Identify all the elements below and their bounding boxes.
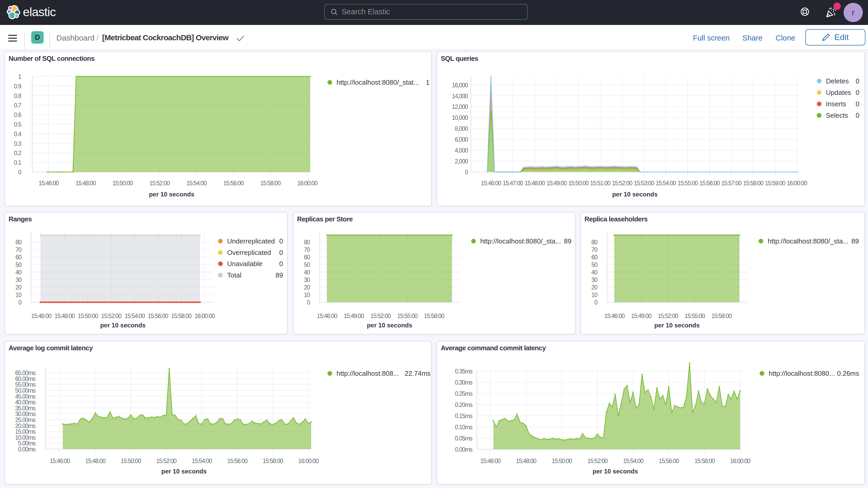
- svg-text:25.00ms: 25.00ms: [15, 417, 36, 423]
- svg-text:http://localhost:8080...: http://localhost:8080...: [769, 369, 835, 377]
- svg-text:Unavailable: Unavailable: [227, 260, 262, 268]
- svg-text:15:48:00: 15:48:00: [524, 180, 545, 187]
- svg-text:0.8: 0.8: [14, 92, 21, 99]
- svg-text:15:50:00: 15:50:00: [552, 458, 572, 464]
- svg-text:10: 10: [304, 292, 310, 298]
- svg-text:0: 0: [19, 299, 22, 306]
- svg-text:10,000: 10,000: [452, 114, 468, 121]
- svg-text:60.00ms: 60.00ms: [15, 375, 36, 382]
- svg-text:15:50:00: 15:50:00: [78, 313, 98, 319]
- svg-text:15:52:00: 15:52:00: [149, 180, 170, 187]
- svg-text:0: 0: [856, 89, 860, 96]
- svg-text:15:56:00: 15:56:00: [227, 458, 247, 464]
- svg-text:15:55:00: 15:55:00: [684, 313, 705, 319]
- svg-text:15:58:00: 15:58:00: [260, 180, 280, 187]
- svg-text:10: 10: [591, 292, 597, 298]
- svg-text:15:52:00: 15:52:00: [101, 313, 121, 319]
- svg-text:0.35ms: 0.35ms: [455, 368, 472, 375]
- svg-text:http://localhost:808...: http://localhost:808...: [337, 369, 399, 377]
- svg-text:60: 60: [304, 254, 310, 261]
- svg-text:20.00ms: 20.00ms: [15, 423, 36, 429]
- svg-text:5.00ms: 5.00ms: [18, 440, 36, 447]
- svg-text:15:55:00: 15:55:00: [397, 313, 417, 319]
- svg-text:0.00ms: 0.00ms: [455, 446, 472, 453]
- svg-text:0.00ms: 0.00ms: [18, 446, 36, 453]
- svg-text:65.00ms: 65.00ms: [15, 369, 36, 376]
- svg-text:0: 0: [18, 169, 21, 176]
- svg-text:2,000: 2,000: [455, 158, 468, 165]
- svg-text:15:46:00: 15:46:00: [481, 180, 501, 187]
- svg-text:15.00ms: 15.00ms: [15, 428, 36, 435]
- svg-text:80: 80: [304, 239, 310, 246]
- svg-text:40: 40: [591, 269, 597, 276]
- svg-text:15:53:00: 15:53:00: [634, 180, 654, 187]
- svg-text:70: 70: [16, 246, 21, 253]
- svg-text:15:46:00: 15:46:00: [480, 458, 500, 464]
- svg-text:per 10 seconds: per 10 seconds: [161, 468, 207, 475]
- svg-text:1: 1: [18, 73, 21, 80]
- svg-text:6,000: 6,000: [455, 136, 468, 143]
- svg-text:per 10 seconds: per 10 seconds: [100, 322, 146, 329]
- svg-text:0: 0: [465, 169, 468, 176]
- svg-text:10.00ms: 10.00ms: [15, 434, 36, 441]
- svg-text:15:50:00: 15:50:00: [121, 458, 141, 464]
- svg-text:0: 0: [856, 77, 860, 85]
- svg-text:15:51:00: 15:51:00: [590, 180, 611, 187]
- svg-text:89: 89: [276, 271, 283, 279]
- svg-text:45.00ms: 45.00ms: [15, 393, 36, 400]
- svg-text:0.26ms: 0.26ms: [837, 369, 859, 377]
- svg-text:0.4: 0.4: [14, 131, 22, 138]
- svg-text:0.05ms: 0.05ms: [455, 435, 472, 442]
- svg-text:15:58:00: 15:58:00: [171, 313, 191, 319]
- svg-text:15:57:00: 15:57:00: [721, 180, 741, 187]
- svg-text:16:00:00: 16:00:00: [730, 458, 750, 464]
- svg-text:16:00:00: 16:00:00: [194, 313, 215, 319]
- svg-text:Selects: Selects: [826, 112, 848, 119]
- svg-text:35.00ms: 35.00ms: [15, 405, 36, 411]
- svg-text:Underreplicated: Underreplicated: [227, 237, 275, 245]
- svg-text:15:54:00: 15:54:00: [192, 458, 212, 464]
- svg-text:15:46:00: 15:46:00: [50, 458, 70, 464]
- svg-text:30.00ms: 30.00ms: [15, 410, 36, 417]
- svg-text:1: 1: [426, 79, 430, 86]
- svg-text:15:48:00: 15:48:00: [85, 458, 105, 464]
- svg-text:10: 10: [16, 292, 21, 298]
- svg-text:15:56:00: 15:56:00: [223, 180, 244, 187]
- svg-text:Inserts: Inserts: [826, 100, 846, 108]
- svg-text:http://localhost:8080/_sta...: http://localhost:8080/_sta...: [480, 237, 561, 245]
- svg-text:15:47:00: 15:47:00: [503, 180, 523, 187]
- svg-text:15:50:00: 15:50:00: [113, 180, 133, 187]
- svg-text:15:49:00: 15:49:00: [344, 313, 364, 319]
- svg-text:40: 40: [16, 269, 21, 276]
- svg-text:15:52:00: 15:52:00: [156, 458, 177, 464]
- svg-text:70: 70: [591, 246, 597, 253]
- svg-text:15:59:00: 15:59:00: [765, 180, 785, 187]
- svg-text:16,000: 16,000: [452, 82, 468, 89]
- svg-text:50: 50: [16, 262, 21, 268]
- svg-text:30: 30: [591, 276, 597, 283]
- svg-text:per 10 seconds: per 10 seconds: [612, 191, 658, 198]
- svg-text:15:58:00: 15:58:00: [263, 458, 283, 464]
- svg-text:60: 60: [16, 254, 21, 261]
- svg-text:60: 60: [591, 254, 597, 261]
- svg-text:per 10 seconds: per 10 seconds: [149, 191, 194, 198]
- svg-text:15:52:00: 15:52:00: [587, 458, 608, 464]
- svg-text:15:50:00: 15:50:00: [568, 180, 589, 187]
- svg-text:12,000: 12,000: [452, 103, 468, 110]
- svg-text:0: 0: [594, 299, 597, 306]
- svg-text:70: 70: [304, 246, 310, 253]
- svg-text:15:52:00: 15:52:00: [658, 313, 678, 319]
- svg-text:16:00:00: 16:00:00: [298, 458, 318, 464]
- svg-text:0.15ms: 0.15ms: [455, 413, 472, 419]
- svg-text:15:58:00: 15:58:00: [743, 180, 763, 187]
- svg-text:8,000: 8,000: [455, 125, 468, 132]
- svg-text:0: 0: [307, 299, 310, 306]
- svg-text:http://localhost:8080/_sta...: http://localhost:8080/_sta...: [768, 237, 848, 245]
- svg-text:4,000: 4,000: [455, 147, 468, 154]
- svg-text:55.00ms: 55.00ms: [15, 381, 36, 388]
- svg-text:15:58:00: 15:58:00: [424, 313, 444, 319]
- svg-text:15:48:00: 15:48:00: [75, 180, 96, 187]
- svg-text:30: 30: [304, 276, 310, 283]
- svg-text:22.74ms: 22.74ms: [405, 369, 431, 377]
- svg-text:50: 50: [591, 262, 597, 268]
